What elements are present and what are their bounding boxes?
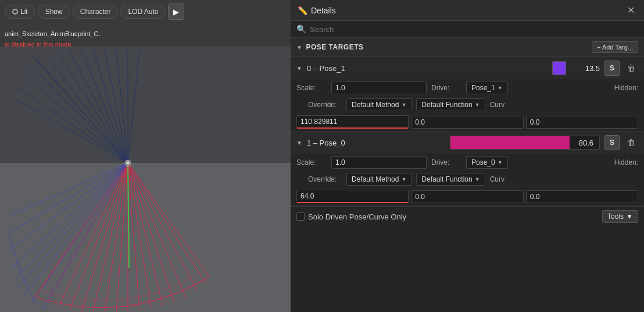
lod-button[interactable]: LOD Auto xyxy=(120,5,166,19)
pose-item-1: ▼ 1 – Pose_0 80.6 S 🗑 Scale: Drive: Pose… xyxy=(291,132,644,206)
pose-1-num3[interactable] xyxy=(526,190,638,203)
pose-1-value-bar[interactable]: 80.6 xyxy=(450,136,600,150)
pose-1-function-chevron-icon: ▼ xyxy=(475,176,480,182)
show-button[interactable]: Show xyxy=(38,5,70,19)
section-title-text: Pose Targets xyxy=(306,43,363,51)
pose-1-drive-value: Pose_0 xyxy=(471,158,495,166)
section-chevron-icon: ▼ xyxy=(296,44,302,51)
pose-1-scale-input[interactable] xyxy=(331,156,427,169)
search-bar: 🔍 xyxy=(291,21,644,38)
details-header: ✏️ Details ✕ xyxy=(291,0,644,21)
search-icon: 🔍 xyxy=(296,24,306,34)
pose-0-method-chevron-icon: ▼ xyxy=(401,102,406,108)
pose-1-drive-label: Drive: xyxy=(431,158,461,166)
pose-0-name: 0 – Pose_1 xyxy=(307,64,345,73)
solo-label: Solo Driven Pose/Curve Only xyxy=(308,212,406,221)
details-panel: ✏️ Details ✕ 🔍 ▼ Pose Targets + Add Targ… xyxy=(291,0,644,312)
pose-0-num2[interactable] xyxy=(411,116,523,129)
pose-1-header-left: ▼ 1 – Pose_0 xyxy=(296,139,445,147)
pose-0-num3[interactable] xyxy=(526,116,638,129)
details-title: ✏️ Details xyxy=(298,6,336,15)
lod-label: LOD Auto xyxy=(128,8,158,16)
add-target-button[interactable]: + Add Targ... xyxy=(592,41,638,53)
pose-1-s-button[interactable]: S xyxy=(604,135,620,150)
tools-chevron-icon: ▼ xyxy=(626,212,633,221)
character-label: Character xyxy=(80,8,111,16)
pose-0-chevron-icon[interactable]: ▼ xyxy=(296,65,302,72)
pose-1-curve-label: Curv xyxy=(490,175,505,183)
pose-1-method-chevron-icon: ▼ xyxy=(401,176,406,182)
solo-checkbox-item: Solo Driven Pose/Curve Only xyxy=(296,212,406,221)
pose-1-chevron-icon[interactable]: ▼ xyxy=(296,140,302,146)
pose-0-override-method-value: Default Method xyxy=(352,101,399,109)
pose-1-override-function-dropdown[interactable]: Default Function ▼ xyxy=(416,173,485,186)
pose-1-num2[interactable] xyxy=(411,190,523,203)
pose-0-curve-label: Curv xyxy=(490,101,505,109)
viewport: Lit Show Character LOD Auto ▶ anim_Skele… xyxy=(0,0,291,312)
pose-1-override-function-value: Default Function xyxy=(421,175,472,183)
pose-0-hidden-label: Hidden: xyxy=(614,84,638,92)
details-pencil-icon: ✏️ xyxy=(298,6,307,15)
pose-0-scale-label: Scale: xyxy=(296,84,327,92)
play-button[interactable]: ▶ xyxy=(168,3,184,20)
pose-1-num1[interactable] xyxy=(296,190,409,203)
show-label: Show xyxy=(45,8,63,16)
details-title-text: Details xyxy=(311,6,336,15)
svg-point-44 xyxy=(127,162,129,164)
skeleton-visualization xyxy=(0,47,291,312)
pose-0-override-function-dropdown[interactable]: Default Function ▼ xyxy=(416,98,485,111)
pose-0-drive-dropdown[interactable]: Pose_1 ▼ xyxy=(466,81,508,94)
tools-label: Tools xyxy=(607,212,624,221)
pose-1-override-label: Override: xyxy=(308,175,342,183)
pose-targets-section-header: ▼ Pose Targets + Add Targ... xyxy=(291,38,644,57)
lit-circle-icon xyxy=(12,9,18,15)
pose-1-drive-chevron-icon: ▼ xyxy=(498,159,503,165)
pose-0-override-row: Override: Default Method ▼ Default Funct… xyxy=(291,97,644,113)
pose-0-scale-row: Scale: Drive: Pose_1 ▼ Hidden: xyxy=(291,79,644,97)
pose-0-override-function-value: Default Function xyxy=(421,101,472,109)
character-button[interactable]: Character xyxy=(73,5,119,19)
pose-1-fill xyxy=(450,136,570,149)
lit-label: Lit xyxy=(20,8,28,16)
pose-0-override-label: Override: xyxy=(308,101,342,109)
pose-0-drive-value: Pose_1 xyxy=(471,84,495,92)
tools-dropdown-button[interactable]: Tools ▼ xyxy=(602,210,638,223)
pose-item-0: ▼ 0 – Pose_1 13.5 S 🗑 Scale: Drive: Pose… xyxy=(291,57,644,132)
pose-1-value-num: 80.6 xyxy=(575,139,597,147)
solo-checkbox[interactable] xyxy=(296,212,305,221)
viewport-toolbar: Lit Show Character LOD Auto ▶ xyxy=(0,0,291,23)
info-line1: anim_Skeleton_AnimBlueprint_C. xyxy=(5,29,100,40)
pose-0-header: ▼ 0 – Pose_1 13.5 S 🗑 xyxy=(291,57,644,79)
pose-0-value: 13.5 xyxy=(571,64,600,73)
details-close-button[interactable]: ✕ xyxy=(625,5,637,16)
section-title: ▼ Pose Targets xyxy=(296,43,364,51)
pose-0-drive-chevron-icon: ▼ xyxy=(498,85,503,91)
pose-0-override-method-dropdown[interactable]: Default Method ▼ xyxy=(346,98,412,111)
details-content: ▼ Pose Targets + Add Targ... ▼ 0 – Pose_… xyxy=(291,38,644,312)
pose-0-drive-label: Drive: xyxy=(431,84,461,92)
pose-1-delete-button[interactable]: 🗑 xyxy=(624,136,638,150)
pose-0-scale-input[interactable] xyxy=(331,81,427,94)
pose-1-drive-dropdown[interactable]: Pose_0 ▼ xyxy=(466,156,508,169)
pose-0-num-row xyxy=(291,113,644,131)
search-input[interactable] xyxy=(310,25,638,34)
pose-0-function-chevron-icon: ▼ xyxy=(475,102,480,108)
pose-0-num1[interactable] xyxy=(296,115,409,129)
pose-1-override-row: Override: Default Method ▼ Default Funct… xyxy=(291,171,644,187)
pose-0-header-left: ▼ 0 – Pose_1 xyxy=(296,64,548,73)
pose-1-override-method-dropdown[interactable]: Default Method ▼ xyxy=(346,173,412,186)
pose-0-s-button[interactable]: S xyxy=(604,61,620,76)
pose-1-hidden-label: Hidden: xyxy=(614,158,638,166)
pose-1-name: 1 – Pose_0 xyxy=(307,139,345,147)
svg-rect-1 xyxy=(0,163,291,312)
pose-0-delete-button[interactable]: 🗑 xyxy=(624,61,638,75)
pose-1-num-row xyxy=(291,187,644,205)
bottom-bar: Solo Driven Pose/Curve Only Tools ▼ xyxy=(291,206,644,226)
pose-1-scale-row: Scale: Drive: Pose_0 ▼ Hidden: xyxy=(291,154,644,171)
pose-1-header: ▼ 1 – Pose_0 80.6 S 🗑 xyxy=(291,132,644,154)
pose-1-scale-label: Scale: xyxy=(296,158,327,166)
pose-1-override-method-value: Default Method xyxy=(352,175,399,183)
lit-button[interactable]: Lit xyxy=(5,5,35,19)
pose-0-color-swatch[interactable] xyxy=(552,61,566,75)
